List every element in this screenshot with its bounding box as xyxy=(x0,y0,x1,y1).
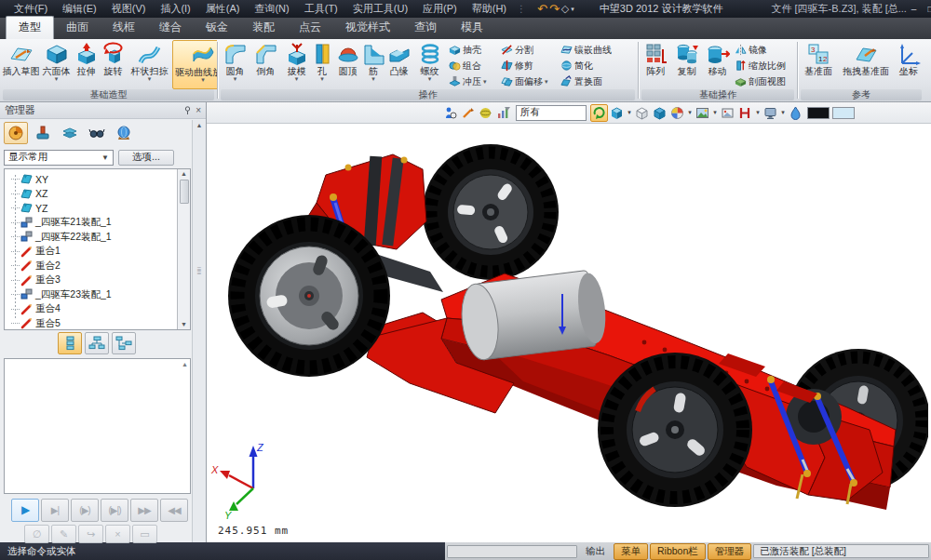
simplify-button[interactable]: 简化 xyxy=(560,58,626,73)
pick-filter-pen-icon[interactable] xyxy=(459,104,477,122)
wireframe-display-icon[interactable] xyxy=(633,104,651,122)
tree-item-yz[interactable]: YZ xyxy=(8,201,177,216)
tab-visual-style[interactable]: 视觉样式 xyxy=(333,17,402,39)
chassis-frame[interactable] xyxy=(307,154,896,510)
move-button[interactable]: 移动 xyxy=(702,40,733,89)
rotate-view-button[interactable] xyxy=(590,104,608,122)
tree-item-constraint[interactable]: 重合3 xyxy=(8,273,177,288)
scrollbar-thumb[interactable] xyxy=(180,180,189,204)
status-input-field[interactable] xyxy=(447,545,577,558)
tab-wireframe[interactable]: 线框 xyxy=(101,17,147,39)
tab-inquire[interactable]: 查询 xyxy=(402,17,449,39)
revolve-button[interactable]: 旋转 xyxy=(100,40,127,89)
layer-manager-button[interactable] xyxy=(58,122,82,144)
tab-heal[interactable]: 缝合 xyxy=(147,17,194,39)
imprint-curve-button[interactable]: 镶嵌曲线 xyxy=(560,42,626,58)
panel-scrollbar[interactable]: ▲≡≡ xyxy=(192,120,206,542)
menu-utilities[interactable]: 实用工具(U) xyxy=(345,0,415,18)
combine-button[interactable]: 组合 xyxy=(449,58,501,73)
face-offset-button[interactable]: 面偏移▾ xyxy=(501,73,560,89)
boss-button[interactable]: 凸缘 xyxy=(384,40,414,89)
redefine-button[interactable]: ↪ xyxy=(78,525,103,543)
dropdown-caret-icon[interactable]: ▾ xyxy=(545,79,548,85)
section-view-button[interactable]: 剖面视图 xyxy=(735,73,796,89)
hierarchy-view-button[interactable] xyxy=(112,332,136,354)
tree-item-xz[interactable]: XZ xyxy=(8,187,177,202)
view-manager-button[interactable] xyxy=(112,122,136,144)
chamfer-button[interactable]: 倒角 xyxy=(250,40,281,89)
dropdown-caret-icon[interactable]: ▾ xyxy=(428,76,432,82)
divide-button[interactable]: 分割 xyxy=(501,42,560,58)
assembly-manager-button[interactable] xyxy=(31,122,55,144)
dome-button[interactable]: 圆顶 xyxy=(332,40,363,89)
tree-item-constraint[interactable]: 重合5 xyxy=(8,316,177,329)
dropdown-caret-icon[interactable]: ▾ xyxy=(148,76,152,82)
edit-sketch-button[interactable]: ✎ xyxy=(51,525,76,543)
dropdown-caret-icon[interactable]: ▾ xyxy=(483,79,487,85)
driven-curve-loft-button[interactable]: 驱动曲线放样▾ xyxy=(172,40,217,89)
viewport[interactable]: 所有 ▾ ▾ ▾ ▾ ▾ xyxy=(207,102,931,542)
tab-shape[interactable]: 造型 xyxy=(6,16,54,39)
tree-item-component[interactable]: _四驱车21装配_1 xyxy=(8,216,177,231)
minimize-button[interactable]: – xyxy=(907,2,921,16)
insert-sketch-button[interactable]: 插入草图 xyxy=(2,40,40,89)
background-image-icon[interactable] xyxy=(694,104,711,122)
shaded-display-icon[interactable] xyxy=(608,104,626,122)
delete-button[interactable]: × xyxy=(105,525,130,543)
tab-sheet-metal[interactable]: 钣金 xyxy=(194,17,240,39)
tab-surface[interactable]: 曲面 xyxy=(54,17,101,39)
replace-face-button[interactable]: 置换面 xyxy=(560,73,626,89)
selection-filter-icon[interactable]: ◇ xyxy=(561,2,569,16)
replay-skip-to-button[interactable]: (▶|) xyxy=(101,499,128,522)
dropdown-caret-icon[interactable]: ▾ xyxy=(779,109,787,116)
background-color-swatch-2[interactable] xyxy=(832,107,855,119)
menu-tools[interactable]: 工具(T) xyxy=(297,0,345,18)
erase-button[interactable]: ∅ xyxy=(24,525,49,543)
dropdown-caret-icon[interactable]: ▾ xyxy=(201,77,205,83)
redo-icon[interactable]: ↷ xyxy=(549,2,560,16)
suppress-button[interactable]: ▭ xyxy=(132,525,157,543)
trim-button[interactable]: 修剪 xyxy=(501,58,560,73)
menu-inquire[interactable]: 查询(N) xyxy=(247,0,296,18)
dropdown-caret-icon[interactable]: ▾ xyxy=(295,76,299,82)
thread-button[interactable]: 螺纹▾ xyxy=(414,40,445,89)
scrollbar-grip[interactable]: ≡≡ xyxy=(197,268,202,275)
dropdown-caret-icon[interactable]: ▾ xyxy=(371,76,375,82)
hole-button[interactable]: 孔▾ xyxy=(312,40,332,89)
output-toggle-button[interactable]: 输出 xyxy=(579,544,612,559)
manager-toggle-button[interactable]: 管理器 xyxy=(708,543,752,560)
snapshot-icon[interactable] xyxy=(719,104,736,122)
extrude-button[interactable]: 拉伸 xyxy=(73,40,100,89)
dropdown-caret-icon[interactable]: ▾ xyxy=(626,109,633,116)
rib-button[interactable]: 筋▾ xyxy=(363,40,384,89)
tree-item-constraint[interactable]: 重合1 xyxy=(8,245,177,260)
menu-insert[interactable]: 插入(I) xyxy=(153,0,197,18)
tree-item-xy[interactable]: XY xyxy=(8,172,177,187)
undo-icon[interactable]: ↶ xyxy=(537,2,547,16)
ribbon-toggle-button[interactable]: Ribbon栏 xyxy=(650,543,706,560)
tree-item-component[interactable]: _四驱车23装配_1 xyxy=(8,287,177,302)
tree-item-component[interactable]: _四驱车22装配_1 xyxy=(8,230,177,245)
csys-button[interactable]: 坐标 xyxy=(895,40,923,89)
filter-icon[interactable] xyxy=(494,104,512,122)
menu-view[interactable]: 视图(V) xyxy=(104,0,154,18)
history-manager-button[interactable] xyxy=(4,122,28,144)
render-mode-icon[interactable] xyxy=(668,104,686,122)
scroll-up-icon[interactable]: ▲ xyxy=(181,169,187,179)
menu-applications[interactable]: 应用(P) xyxy=(415,0,465,18)
wheel-front-right[interactable] xyxy=(598,353,752,507)
replay-play-button[interactable]: ▶ xyxy=(11,499,39,522)
visual-manager-button[interactable] xyxy=(85,122,109,144)
dropdown-caret-icon[interactable]: ▾ xyxy=(234,76,237,82)
replay-play-to-button[interactable]: (▶) xyxy=(71,499,99,522)
swept-rod-button[interactable]: 杆状扫掠▾ xyxy=(127,40,172,89)
tree-item-constraint[interactable]: 重合4 xyxy=(8,302,177,317)
replay-rewind-button[interactable]: ◀◀ xyxy=(160,499,188,522)
dropdown-caret-icon[interactable]: ▾ xyxy=(320,76,324,82)
menu-edit[interactable]: 编辑(E) xyxy=(55,0,104,18)
scroll-down-icon[interactable]: ▼ xyxy=(181,320,187,329)
display-settings-icon[interactable] xyxy=(762,104,779,122)
copy-button[interactable]: 复制 xyxy=(671,40,702,89)
list-view-button[interactable] xyxy=(58,332,82,354)
pick-entity-icon[interactable] xyxy=(441,104,459,122)
